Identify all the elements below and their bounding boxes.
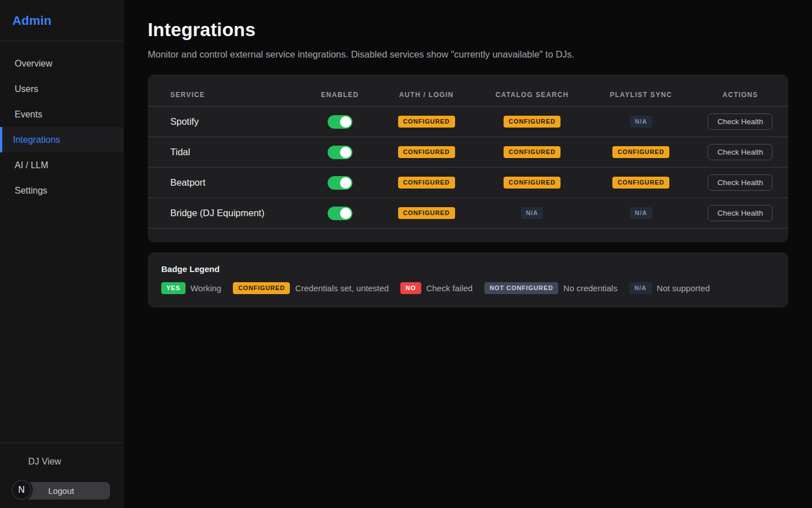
sidebar-item-ai-llm[interactable]: AI / LLM <box>0 152 123 178</box>
page-subtitle: Monitor and control external service int… <box>148 49 788 60</box>
main-content: Integrations Monitor and control externa… <box>123 0 812 508</box>
sidebar-item-overview[interactable]: Overview <box>0 51 123 76</box>
playlist-status-badge: N/A <box>630 207 652 219</box>
catalog-status-badge: CONFIGURED <box>504 177 561 189</box>
auth-status-badge: CONFIGURED <box>398 207 455 219</box>
toggle-knob <box>340 177 351 189</box>
check-health-button[interactable]: Check Health <box>708 174 773 191</box>
table-row: Spotify CONFIGURED CONFIGURED N/A Check … <box>148 107 788 137</box>
auth-status-badge: CONFIGURED <box>398 177 455 189</box>
legend-item: N/A Not supported <box>629 282 710 294</box>
check-health-button[interactable]: Check Health <box>708 144 773 160</box>
sidebar-nav: OverviewUsersEventsIntegrationsAI / LLMS… <box>0 41 123 203</box>
enabled-toggle[interactable] <box>328 115 352 129</box>
check-health-button[interactable]: Check Health <box>708 205 773 221</box>
logout-row: Logout N <box>12 480 111 500</box>
catalog-status-badge: CONFIGURED <box>504 146 561 158</box>
sidebar-item-users[interactable]: Users <box>0 76 123 102</box>
sidebar-item-events[interactable]: Events <box>0 102 123 127</box>
auth-status-badge: CONFIGURED <box>398 146 455 158</box>
legend-description: Not supported <box>657 283 710 293</box>
legend-description: Working <box>191 283 222 293</box>
column-header-enabled: Enabled <box>302 75 378 107</box>
legend-item: YES Working <box>161 282 221 294</box>
service-name: Tidal <box>148 137 302 168</box>
catalog-status-badge: CONFIGURED <box>504 116 561 128</box>
service-name: Spotify <box>148 107 302 137</box>
playlist-status-badge: CONFIGURED <box>612 146 669 158</box>
enabled-toggle[interactable] <box>328 146 352 159</box>
legend-badge-configured: CONFIGURED <box>233 282 290 294</box>
legend-badge-yes: YES <box>161 282 186 294</box>
column-header-service: Service <box>148 75 302 107</box>
toggle-knob <box>340 116 351 128</box>
sidebar-item-settings[interactable]: Settings <box>0 178 123 203</box>
toggle-knob <box>340 208 351 219</box>
service-name: Bridge (DJ Equipment) <box>148 198 302 229</box>
catalog-status-badge: N/A <box>521 207 544 219</box>
playlist-status-badge: N/A <box>630 116 652 128</box>
toggle-knob <box>340 147 351 158</box>
check-health-button[interactable]: Check Health <box>708 113 773 130</box>
legend-description: No credentials <box>563 283 617 293</box>
sidebar: Admin OverviewUsersEventsIntegrationsAI … <box>0 0 123 508</box>
legend-item: CONFIGURED Credentials set, untested <box>233 282 389 294</box>
table-header: ServiceEnabledAuth / LoginCatalog Search… <box>148 75 788 107</box>
legend-description: Credentials set, untested <box>295 283 389 293</box>
column-header-catalog-search: Catalog Search <box>474 75 589 107</box>
enabled-toggle[interactable] <box>328 176 352 190</box>
legend-title: Badge Legend <box>161 264 775 274</box>
enabled-toggle[interactable] <box>328 207 352 220</box>
integrations-table-body: Spotify CONFIGURED CONFIGURED N/A Check … <box>148 107 788 229</box>
auth-status-badge: CONFIGURED <box>398 116 455 128</box>
legend-description: Check failed <box>426 283 473 293</box>
badge-legend-card: Badge Legend YES Working CONFIGURED Cred… <box>148 252 788 308</box>
service-name: Beatport <box>148 168 302 198</box>
legend-item: NOT CONFIGURED No credentials <box>484 282 617 294</box>
column-header-playlist-sync: Playlist Sync <box>590 75 692 107</box>
sidebar-header: Admin <box>0 0 123 41</box>
legend-items: YES Working CONFIGURED Credentials set, … <box>161 282 775 294</box>
legend-badge-notconf: NOT CONFIGURED <box>484 282 558 294</box>
integrations-table: ServiceEnabledAuth / LoginCatalog Search… <box>148 75 788 229</box>
column-header-auth-login: Auth / Login <box>378 75 474 107</box>
dj-view-link[interactable]: DJ View <box>12 457 111 467</box>
integrations-table-card: ServiceEnabledAuth / LoginCatalog Search… <box>148 75 788 242</box>
page-title: Integrations <box>148 19 788 41</box>
legend-badge-na: N/A <box>629 282 652 294</box>
table-row: Bridge (DJ Equipment) CONFIGURED N/A N/A… <box>148 198 788 229</box>
column-header-actions: Actions <box>692 75 788 107</box>
sidebar-footer: DJ View Logout N <box>0 443 123 508</box>
legend-item: NO Check failed <box>400 282 473 294</box>
legend-badge-no: NO <box>400 282 421 294</box>
table-row: Tidal CONFIGURED CONFIGURED CONFIGURED C… <box>148 137 788 168</box>
app-title: Admin <box>12 14 111 28</box>
user-avatar[interactable]: N <box>11 480 32 500</box>
sidebar-item-integrations[interactable]: Integrations <box>0 127 123 152</box>
table-header-row: ServiceEnabledAuth / LoginCatalog Search… <box>148 75 788 107</box>
table-row: Beatport CONFIGURED CONFIGURED CONFIGURE… <box>148 168 788 198</box>
playlist-status-badge: CONFIGURED <box>612 177 669 189</box>
